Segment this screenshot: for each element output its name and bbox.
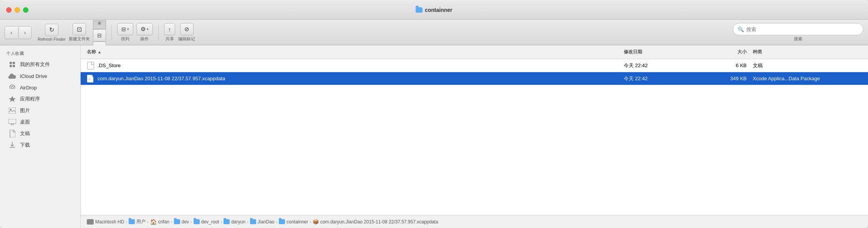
sidebar-label-applications: 应用程序 <box>20 96 40 102</box>
file-size: 349 KB <box>701 76 747 81</box>
desktop-icon <box>8 118 16 126</box>
table-row[interactable]: .DS_Store 今天 22:42 6 KB 文稿 <box>81 59 868 72</box>
sort-label: 排列 <box>121 36 129 42</box>
sidebar-item-icloud[interactable]: iCloud Drive <box>2 70 78 82</box>
pictures-icon <box>8 107 16 114</box>
svg-point-4 <box>11 86 13 89</box>
breadcrumb-item-crifan[interactable]: 🏠 crifan <box>150 219 169 225</box>
breadcrumb-label: com.daryun.JianDao 2015-11-08 22/37.57.9… <box>320 219 438 225</box>
documents-icon <box>8 130 16 137</box>
breadcrumb-arrow-icon: › <box>247 220 248 224</box>
sidebar-item-downloads[interactable]: 下载 <box>2 139 78 151</box>
sort-group: ⊟▾ 排列 <box>117 23 133 42</box>
col-name-label: 名称 <box>87 49 96 55</box>
column-view-button[interactable]: ⊟ <box>93 29 106 41</box>
sidebar-item-airdrop[interactable]: AirDrop <box>2 82 78 93</box>
svg-rect-1 <box>13 62 15 64</box>
svg-rect-0 <box>10 62 12 64</box>
folder-icon <box>279 219 285 224</box>
breadcrumb-arrow-icon: › <box>276 220 278 224</box>
sidebar-label-icloud: iCloud Drive <box>20 73 47 79</box>
col-name-header[interactable]: 名称 ▲ <box>87 49 624 55</box>
sidebar-item-all-files[interactable]: 我的所有文件 <box>2 59 78 70</box>
sidebar-item-applications[interactable]: 应用程序 <box>2 93 78 105</box>
file-list: .DS_Store 今天 22:42 6 KB 文稿 <box>81 59 868 215</box>
forward-button[interactable]: › <box>18 26 31 39</box>
main-content: 个人收藏 我的所有文件 iCloud Drive AirDrop <box>0 45 868 228</box>
search-box[interactable]: 🔍 <box>733 23 863 35</box>
folder-icon <box>250 219 256 224</box>
xcapp-bc-icon: 📦 <box>313 219 319 225</box>
airdrop-icon <box>8 84 16 91</box>
action-dropdown-arrow: ▾ <box>147 27 149 31</box>
search-input[interactable] <box>746 26 858 32</box>
window-title-area: containner <box>416 7 452 13</box>
breadcrumb-item-xcappdata[interactable]: 📦 com.daryun.JianDao 2015-11-08 22/37.57… <box>313 219 438 225</box>
share-label: 共享 <box>166 36 174 42</box>
file-name-cell: .DS_Store <box>87 62 624 69</box>
breadcrumb-arrow-icon: › <box>220 220 222 224</box>
sidebar-label-downloads: 下载 <box>20 142 30 149</box>
search-wrapper: 🔍 搜索 <box>733 23 863 42</box>
breadcrumb-item-containner[interactable]: containner <box>279 219 308 225</box>
action-button[interactable]: ⚙▾ <box>136 23 153 35</box>
file-area: 名称 ▲ 修改日期 大小 种类 .DS_Store 今天 22: <box>81 45 868 228</box>
breadcrumb-item-daryun[interactable]: daryun <box>224 219 245 225</box>
col-kind-header[interactable]: 种类 <box>747 49 862 55</box>
sidebar-item-documents[interactable]: 文稿 <box>2 128 78 139</box>
sidebar-label-pictures: 图片 <box>20 107 30 114</box>
sidebar-label-airdrop: AirDrop <box>20 85 37 91</box>
refresh-button[interactable]: ↻ <box>45 24 58 36</box>
breadcrumb-item-dev-root[interactable]: dev_root <box>194 219 219 225</box>
sort-arrow-icon: ▲ <box>98 50 101 54</box>
table-row[interactable]: XC com.daryun.JianDao 2015-11-08 22/37.5… <box>81 72 868 85</box>
folder-icon <box>194 219 200 224</box>
separator-1 <box>111 25 112 40</box>
sidebar-item-pictures[interactable]: 图片 <box>2 105 78 116</box>
maximize-button[interactable] <box>23 7 28 13</box>
svg-rect-7 <box>8 119 16 124</box>
file-kind: 文稿 <box>747 62 862 69</box>
breadcrumb-arrow-icon: › <box>190 220 192 224</box>
title-bar: containner <box>0 0 868 20</box>
back-button[interactable]: ‹ <box>5 26 18 39</box>
file-kind: Xcode Applica...Data Package <box>747 76 862 81</box>
hd-icon <box>87 219 94 225</box>
svg-text:XC: XC <box>88 78 91 80</box>
sidebar-label-documents: 文稿 <box>20 130 30 137</box>
file-icon-txt <box>87 62 94 69</box>
breadcrumb-item-users[interactable]: 用户 <box>129 218 146 225</box>
breadcrumb-item-macintosh-hd[interactable]: Macintosh HD <box>87 219 124 225</box>
folder-icon <box>129 219 135 224</box>
minimize-button[interactable] <box>15 7 20 13</box>
svg-rect-2 <box>10 65 12 67</box>
xcapp-file-icon: XC <box>87 75 94 83</box>
file-icon-xcapp: XC <box>87 75 94 83</box>
breadcrumb-item-jiandao[interactable]: JianDao <box>250 219 275 225</box>
new-folder-label: 新建文件夹 <box>69 36 90 42</box>
breadcrumb-item-dev[interactable]: dev <box>174 219 189 225</box>
svg-rect-3 <box>13 65 15 67</box>
edit-marks-button[interactable]: ⊘ <box>180 23 194 35</box>
share-button[interactable]: ↑ <box>164 23 176 35</box>
txt-file-icon <box>87 62 94 69</box>
breadcrumb-label: 用户 <box>136 218 146 225</box>
nav-buttons: ‹ › <box>5 26 31 39</box>
folder-icon <box>224 219 230 224</box>
close-button[interactable] <box>6 7 12 13</box>
sort-button[interactable]: ⊟▾ <box>117 23 133 35</box>
col-date-header[interactable]: 修改日期 <box>624 49 701 55</box>
file-name: .DS_Store <box>98 63 121 68</box>
breadcrumb-arrow-icon: › <box>171 220 172 224</box>
breadcrumb-label: dev_root <box>201 219 219 225</box>
traffic-lights <box>6 7 28 13</box>
breadcrumb-arrow-icon: › <box>147 220 149 224</box>
sidebar-item-desktop[interactable]: 桌面 <box>2 116 78 128</box>
col-size-header[interactable]: 大小 <box>701 49 747 55</box>
share-group: ↑ 共享 <box>164 23 176 42</box>
file-name-cell: XC com.daryun.JianDao 2015-11-08 22/37.5… <box>87 75 624 83</box>
search-icon: 🔍 <box>738 26 744 32</box>
toolbar: ‹ › ↻ Refresh Finder ⊡ 新建文件夹 ⊞ ≡ ⊟ ⊟▾ 显示… <box>0 20 868 45</box>
new-folder-button[interactable]: ⊡ <box>73 23 86 35</box>
applications-icon <box>8 95 16 103</box>
